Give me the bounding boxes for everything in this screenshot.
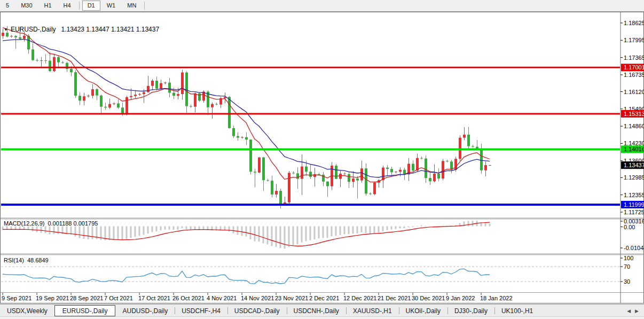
timeframe-button-M30[interactable]: M30 [15,1,37,11]
svg-text:18 Jan 2022: 18 Jan 2022 [480,295,513,301]
tab-scroll-left-icon[interactable]: ◀ [627,308,631,314]
chart-tab-usdx-weekly[interactable]: USDX,Weekly [0,305,54,317]
chart-symbol-label: EURUSD-,Daily [11,26,56,33]
svg-text:1.16120: 1.16120 [624,89,644,95]
status-strip [0,316,644,319]
svg-text:30 Dec 2021: 30 Dec 2021 [412,295,445,301]
rsi-values: 48.6849 [27,257,49,263]
symbol-dropdown-icon[interactable]: ▼ [4,27,8,32]
timeframe-button-5[interactable]: 5 [1,1,14,11]
svg-text:1.14860: 1.14860 [624,123,644,129]
timeframe-button-H4[interactable]: H4 [58,1,76,11]
timeframe-toolbar: 5M30H1H4D1W1MN [0,0,644,12]
macd-name: MACD(12,26,9) [4,220,44,227]
svg-text:1.12355: 1.12355 [624,192,644,198]
svg-text:-0.01043: -0.01043 [624,245,644,251]
chart-tab-dj30-daily[interactable]: DJ30-,Daily [447,305,494,317]
svg-text:0.00: 0.00 [624,224,635,230]
chart-header: ▼EURUSD-,Daily1.13423 1.13447 1.13421 1.… [4,26,159,33]
rsi-indicator-label: RSI(14)48.6849 [4,257,49,263]
toolbar-separator [79,2,80,10]
chart-tab-usdchf-h4[interactable]: USDCHF-,H4 [175,305,227,317]
svg-text:1.17001: 1.17001 [624,64,644,71]
svg-text:9 Jan 2022: 9 Jan 2022 [446,295,475,301]
svg-text:70: 70 [624,263,630,270]
chart-tab-eurusd-daily[interactable]: EURUSD-,Daily [54,305,116,316]
svg-text:17 Oct 2021: 17 Oct 2021 [138,295,170,301]
svg-text:1.16735: 1.16735 [624,72,644,78]
svg-text:1.11999: 1.11999 [624,201,644,208]
svg-text:1.12985: 1.12985 [624,174,644,181]
svg-text:2 Dec 2021: 2 Dec 2021 [309,295,339,301]
macd-indicator-label: MACD(12,26,9)0.001188 0.001795 [4,220,98,227]
svg-text:1.17365: 1.17365 [624,55,644,61]
timeframe-button-H1[interactable]: H1 [39,1,57,11]
svg-text:4 Nov 2021: 4 Nov 2021 [207,295,237,301]
chart-ohlc-label: 1.13423 1.13447 1.13421 1.13437 [61,26,160,33]
tab-scroll-right-icon[interactable]: ▶ [635,308,639,314]
svg-text:1.18625: 1.18625 [624,20,644,26]
svg-text:14 Nov 2021: 14 Nov 2021 [241,295,274,301]
svg-text:7 Oct 2021: 7 Oct 2021 [104,295,133,301]
chart-tab-uk100-h1[interactable]: UK100-,H1 [494,305,540,317]
svg-text:1.15313: 1.15313 [624,111,644,117]
timeframe-button-D1[interactable]: D1 [82,1,100,11]
svg-text:1.17995: 1.17995 [624,37,644,43]
terminal-window: 5M30H1H4D1W1MN ▼EURUSD-,Daily1.13423 1.1… [0,0,644,319]
svg-text:21 Dec 2021: 21 Dec 2021 [378,295,411,301]
svg-text:19 Sep 2021: 19 Sep 2021 [36,295,69,301]
svg-text:12 Dec 2021: 12 Dec 2021 [343,295,376,301]
chart-tab-ukoil-daily[interactable]: UKOil-,Daily [399,305,447,317]
chart-tab-xauusd-h1[interactable]: XAUUSD-,H1 [346,305,399,317]
tab-scroll-arrows: ◀▶ [627,305,644,317]
svg-text:23 Nov 2021: 23 Nov 2021 [275,295,308,301]
chart-tab-usdcnh-daily[interactable]: USDCNH-,Daily [287,305,346,317]
chart-canvas[interactable]: 1.186251.179951.173651.167351.161201.154… [0,12,644,304]
toolbar-separator [144,2,145,10]
svg-text:9 Sep 2021: 9 Sep 2021 [2,295,32,301]
svg-text:1.13437: 1.13437 [624,162,644,168]
chart-tab-audusd-daily[interactable]: AUDUSD-,Daily [115,305,175,317]
rsi-name: RSI(14) [4,257,24,263]
chart-window[interactable]: ▼EURUSD-,Daily1.13423 1.13447 1.13421 1.… [0,12,644,304]
svg-text:1.14016: 1.14016 [624,146,644,152]
macd-values: 0.001188 0.001795 [48,220,98,227]
timeframe-button-MN[interactable]: MN [122,1,142,11]
chart-tab-bar: USDX,WeeklyEURUSD-,DailyAUDUSD-,DailyUSD… [0,304,644,317]
svg-text:26 Oct 2021: 26 Oct 2021 [172,295,205,301]
svg-text:100: 100 [624,255,633,261]
svg-text:30: 30 [624,278,630,285]
svg-text:28 Sep 2021: 28 Sep 2021 [70,295,103,301]
timeframe-button-W1[interactable]: W1 [101,1,121,11]
chart-tab-usdcad-daily[interactable]: USDCAD-,Daily [227,305,287,317]
svg-text:1.11725: 1.11725 [624,209,644,215]
